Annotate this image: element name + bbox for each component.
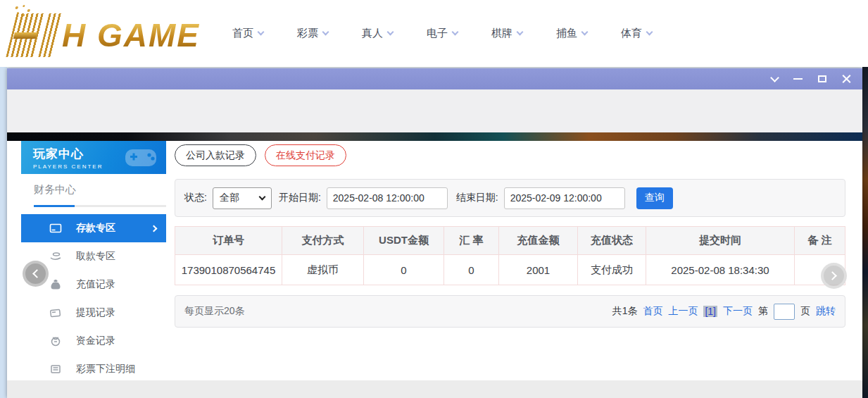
end-date-input[interactable] bbox=[504, 187, 625, 209]
nav-label: 电子 bbox=[427, 27, 448, 40]
nav-item-sports[interactable]: 体育 bbox=[621, 27, 652, 40]
chevron-down-icon bbox=[646, 29, 653, 36]
jump-suffix-label: 页 bbox=[800, 305, 810, 318]
nav-label: 真人 bbox=[362, 27, 383, 40]
record-tabs: 公司入款记录 在线支付记录 bbox=[175, 144, 845, 166]
tab-label: 公司入款记录 bbox=[186, 149, 245, 162]
status-select-value: 全部 bbox=[220, 192, 239, 204]
query-button[interactable]: 查询 bbox=[636, 187, 673, 209]
filter-bar: 状态: 全部 开始日期: 结束日期: 查询 bbox=[175, 179, 845, 217]
nav-item-lottery[interactable]: 彩票 bbox=[297, 27, 328, 40]
chevron-down-icon bbox=[258, 194, 265, 201]
gamepad-icon bbox=[122, 144, 159, 170]
chevron-down-icon bbox=[581, 29, 589, 36]
status-label: 状态: bbox=[184, 192, 207, 204]
wallet-icon bbox=[49, 306, 62, 319]
sidebar-section: 财务中心 bbox=[21, 174, 166, 207]
col-pay-method: 支付方式 bbox=[282, 227, 364, 255]
page-jump-input[interactable] bbox=[774, 304, 795, 320]
chevron-down-icon bbox=[387, 29, 394, 36]
window-content: 玩家中心 PLAYERS CENTER 财务中心 bbox=[7, 141, 862, 380]
screen: H GAME 首页 彩票 真人 电子 棋牌 bbox=[0, 0, 868, 398]
nav-label: 彩票 bbox=[297, 27, 318, 40]
close-icon[interactable] bbox=[842, 75, 851, 84]
nav-item-live[interactable]: 真人 bbox=[362, 27, 393, 40]
hand-money-icon bbox=[49, 250, 62, 263]
sidebar-item-label: 充值记录 bbox=[76, 278, 115, 291]
sidebar-section-label: 财务中心 bbox=[34, 183, 166, 197]
coin-purse-icon bbox=[49, 335, 62, 347]
total-count-text: 共1条 bbox=[612, 305, 638, 318]
cell-submit-time: 2025-02-08 18:34:30 bbox=[646, 255, 795, 285]
nav-label: 棋牌 bbox=[491, 27, 512, 40]
sidebar-item-deposit-zone[interactable]: 存款专区 bbox=[21, 214, 166, 242]
nav-item-slots[interactable]: 电子 bbox=[427, 27, 458, 40]
status-select[interactable]: 全部 bbox=[213, 187, 272, 209]
sidebar: 玩家中心 PLAYERS CENTER 财务中心 bbox=[21, 141, 166, 380]
nav-item-chess[interactable]: 棋牌 bbox=[491, 27, 522, 40]
chevron-down-icon bbox=[452, 29, 459, 36]
nav-item-home[interactable]: 首页 bbox=[232, 27, 263, 40]
maximize-icon[interactable] bbox=[818, 75, 826, 82]
main-panel: 公司入款记录 在线支付记录 状态: 全部 开始日期: 结束日期: bbox=[166, 141, 845, 380]
window-titlebar[interactable] bbox=[7, 68, 862, 89]
col-remark: 备 注 bbox=[795, 227, 845, 255]
cell-pay-method: 虚拟币 bbox=[282, 255, 364, 285]
nav-item-fishing[interactable]: 捕鱼 bbox=[556, 27, 587, 40]
cell-order-no: 1739010870564745 bbox=[175, 255, 282, 285]
sidebar-item-withdrawal-records[interactable]: 提现记录 bbox=[21, 299, 166, 327]
panel-expand-button[interactable] bbox=[821, 263, 847, 289]
sidebar-divider bbox=[34, 205, 166, 207]
page-size-text: 每页显示20条 bbox=[184, 305, 245, 318]
jump-link[interactable]: 跳转 bbox=[816, 305, 836, 318]
current-page-indicator: [1] bbox=[703, 306, 717, 317]
col-usdt-amount: USDT金额 bbox=[364, 227, 444, 255]
sidebar-menu: 存款专区 取款专区 bbox=[21, 214, 166, 383]
bank-card-icon bbox=[49, 222, 62, 235]
pagination-bar: 每页显示20条 共1条 首页 上一页 [1] 下一页 第 页 跳转 bbox=[175, 295, 845, 328]
sidebar-item-label: 取款专区 bbox=[76, 250, 115, 263]
sidebar-item-lottery-bet-details[interactable]: 彩票下注明细 bbox=[21, 355, 166, 383]
list-document-icon bbox=[49, 363, 62, 375]
page-background-right bbox=[862, 67, 868, 398]
chevron-left-icon bbox=[32, 269, 42, 278]
sidebar-item-label: 存款专区 bbox=[76, 222, 115, 235]
pagination-controls: 共1条 首页 上一页 [1] 下一页 第 页 跳转 bbox=[612, 304, 836, 320]
page-background-left bbox=[0, 67, 7, 398]
cell-recharge-amount: 2001 bbox=[499, 255, 578, 285]
col-exchange-rate: 汇 率 bbox=[444, 227, 499, 255]
nav-label: 体育 bbox=[621, 27, 642, 40]
chevron-down-icon bbox=[258, 29, 265, 36]
chevron-right-icon bbox=[828, 271, 837, 280]
first-page-link[interactable]: 首页 bbox=[643, 305, 662, 318]
window-header-area bbox=[7, 89, 862, 132]
sidebar-header: 玩家中心 PLAYERS CENTER bbox=[21, 141, 166, 174]
collapse-icon[interactable] bbox=[770, 73, 779, 82]
sidebar-item-label: 彩票下注明细 bbox=[76, 363, 135, 375]
prev-page-link[interactable]: 上一页 bbox=[668, 305, 698, 318]
minimize-icon[interactable] bbox=[793, 78, 803, 80]
cell-usdt-amount: 0 bbox=[364, 255, 444, 285]
next-page-link[interactable]: 下一页 bbox=[723, 305, 753, 318]
sidebar-item-fund-records[interactable]: 资金记录 bbox=[21, 327, 166, 355]
nav-label: 首页 bbox=[232, 27, 253, 40]
sidebar-collapse-button[interactable] bbox=[23, 261, 49, 287]
records-table: 订单号 支付方式 USDT金额 汇 率 充值金额 充值状态 提交时间 备 注 1 bbox=[175, 226, 845, 285]
table-header-row: 订单号 支付方式 USDT金额 汇 率 充值金额 充值状态 提交时间 备 注 bbox=[175, 227, 845, 255]
col-recharge-status: 充值状态 bbox=[578, 227, 646, 255]
start-date-label: 开始日期: bbox=[279, 192, 321, 204]
chevron-down-icon bbox=[517, 29, 524, 36]
tab-company-deposit-records[interactable]: 公司入款记录 bbox=[175, 144, 256, 166]
jump-prefix-label: 第 bbox=[758, 305, 768, 318]
start-date-input[interactable] bbox=[327, 187, 448, 209]
col-recharge-amount: 充值金额 bbox=[499, 227, 578, 255]
site-nav-bar: H GAME 首页 彩票 真人 电子 棋牌 bbox=[0, 0, 868, 67]
cell-exchange-rate: 0 bbox=[444, 255, 499, 285]
brand-logo[interactable]: H GAME bbox=[11, 7, 200, 63]
player-center-window: 玩家中心 PLAYERS CENTER 财务中心 bbox=[7, 68, 862, 398]
sidebar-item-label: 资金记录 bbox=[76, 335, 115, 347]
brand-logo-text: H GAME bbox=[62, 16, 200, 54]
chevron-down-icon bbox=[322, 29, 329, 36]
banner-strip bbox=[7, 132, 862, 141]
tab-online-payment-records[interactable]: 在线支付记录 bbox=[265, 144, 346, 166]
